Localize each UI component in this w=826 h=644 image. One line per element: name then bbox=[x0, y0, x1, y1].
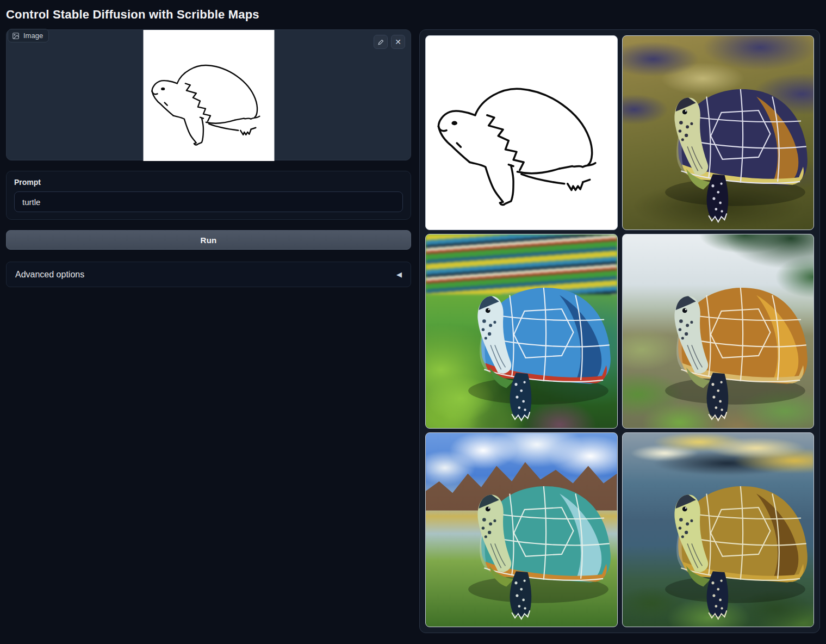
turtle-photo-illustration bbox=[623, 234, 814, 428]
gallery-item-scribble[interactable] bbox=[425, 35, 618, 230]
prompt-input[interactable] bbox=[14, 191, 403, 212]
advanced-options-accordion[interactable]: Advanced options ◀ bbox=[6, 262, 411, 287]
scribble-turtle-thumbnail bbox=[426, 36, 617, 230]
pencil-icon bbox=[377, 39, 384, 46]
advanced-options-label: Advanced options bbox=[15, 270, 84, 280]
main-layout: Image ✕ Prompt bbox=[6, 29, 820, 633]
gallery-item-result-2[interactable] bbox=[425, 234, 618, 429]
output-gallery bbox=[419, 29, 820, 633]
turtle-photo-illustration bbox=[426, 433, 617, 627]
turtle-photo-illustration bbox=[426, 234, 617, 428]
scribble-turtle-drawing bbox=[143, 30, 274, 161]
turtle-photo-illustration bbox=[623, 36, 814, 230]
image-label-badge: Image bbox=[8, 29, 49, 42]
app-page: Control Stable Diffusion with Scribble M… bbox=[0, 0, 826, 644]
gallery-item-result-5[interactable] bbox=[622, 432, 815, 627]
image-icon bbox=[12, 32, 20, 40]
clear-image-button[interactable]: ✕ bbox=[391, 35, 405, 49]
input-image-panel: Image ✕ bbox=[6, 29, 411, 160]
chevron-left-icon: ◀ bbox=[396, 270, 402, 278]
edit-image-button[interactable] bbox=[374, 35, 388, 49]
image-label: Image bbox=[23, 32, 43, 40]
run-button[interactable]: Run bbox=[6, 230, 411, 250]
turtle-photo-illustration bbox=[623, 433, 814, 627]
image-toolbar: ✕ bbox=[374, 35, 405, 49]
prompt-panel: Prompt bbox=[6, 171, 411, 220]
controls-column: Image ✕ Prompt bbox=[6, 29, 411, 287]
gallery-item-result-1[interactable] bbox=[622, 35, 815, 230]
prompt-label: Prompt bbox=[14, 178, 403, 187]
page-title: Control Stable Diffusion with Scribble M… bbox=[6, 8, 820, 22]
scribble-canvas[interactable] bbox=[143, 30, 274, 161]
gallery-item-result-3[interactable] bbox=[622, 234, 815, 429]
gallery-item-result-4[interactable] bbox=[425, 432, 618, 627]
